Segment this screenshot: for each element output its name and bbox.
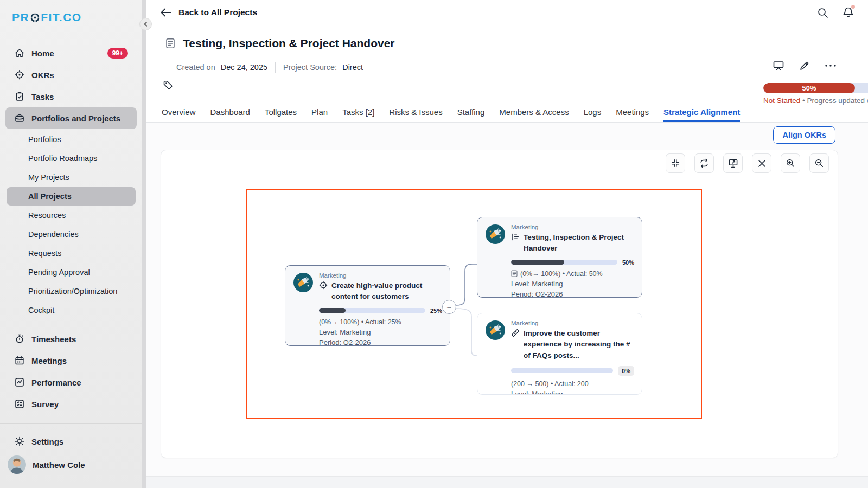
- okr-level: Level: Marketing: [319, 328, 442, 336]
- okr-progress-bar: [319, 308, 425, 313]
- survey-checklist-icon: [14, 399, 25, 409]
- home-icon: [14, 48, 25, 59]
- sidebar-item-timesheets[interactable]: Timesheets: [5, 328, 137, 350]
- sidebar-item-home[interactable]: Home 99+: [5, 42, 137, 64]
- sidebar-item-survey[interactable]: Survey: [5, 393, 137, 415]
- marketing-department-avatar: [485, 224, 506, 245]
- tab-plan[interactable]: Plan: [311, 107, 328, 122]
- sidebar-item-label: Portfolios and Projects: [31, 114, 120, 123]
- okr-progress-percent: 25%: [430, 307, 442, 314]
- sidebar-item-my-projects[interactable]: My Projects: [7, 168, 136, 187]
- presentation-mode-button[interactable]: [723, 153, 743, 173]
- sidebar-collapse-button[interactable]: [139, 18, 152, 30]
- sidebar-item-okrs[interactable]: OKRs: [5, 64, 137, 86]
- sidebar-item-label: Home: [31, 49, 54, 58]
- key-result-ruler-icon: [511, 329, 520, 337]
- tab-risks-issues[interactable]: Risks & Issues: [389, 107, 442, 122]
- refresh-layout-button[interactable]: [694, 153, 714, 173]
- edit-button[interactable]: [799, 60, 810, 71]
- tab-strategic-alignment[interactable]: Strategic Alignment: [663, 107, 740, 122]
- card-department: Marketing: [511, 224, 634, 230]
- project-tabs: Overview Dashboard Tollgates Plan Tasks …: [146, 99, 868, 123]
- okr-title: Testing, Inspection & Project Handover: [524, 232, 634, 254]
- briefcase-icon: [14, 113, 25, 124]
- sidebar-item-label: Performance: [31, 378, 81, 387]
- okr-range: (0%→ 100%) • Actual: 25%: [319, 318, 442, 326]
- okr-progress-fill: [511, 260, 564, 265]
- okr-title: Create high-value product content for cu…: [331, 280, 442, 303]
- okr-node-objective[interactable]: Marketing Create high-value product cont…: [285, 265, 450, 346]
- chevron-left-icon: [143, 22, 148, 27]
- tab-members-access[interactable]: Members & Access: [499, 107, 569, 122]
- alignment-canvas[interactable]: Marketing Create high-value product cont…: [161, 150, 838, 458]
- project-bars-icon: [511, 233, 520, 241]
- page-title: Testing, Inspection & Project Handover: [183, 37, 395, 50]
- notifications-button[interactable]: [843, 7, 854, 18]
- add-tag-button[interactable]: [163, 80, 173, 90]
- tab-tasks[interactable]: Tasks [2]: [342, 107, 374, 122]
- arrow-left-icon: [161, 8, 171, 17]
- user-avatar: [8, 455, 26, 474]
- user-menu[interactable]: Matthew Cole: [0, 452, 142, 474]
- sidebar-item-tasks[interactable]: Tasks: [5, 86, 137, 107]
- created-label: Created on: [176, 63, 215, 72]
- tab-tollgates[interactable]: Tollgates: [265, 107, 297, 122]
- okr-node-key-result[interactable]: Marketing Improve the customer experienc…: [477, 313, 642, 395]
- back-to-all-projects-button[interactable]: Back to All Projects: [161, 8, 257, 17]
- okr-range: (200 → 500) • Actual: 200: [511, 380, 634, 388]
- align-okrs-button[interactable]: Align OKRs: [773, 126, 835, 144]
- sidebar-item-performance[interactable]: Performance: [5, 371, 137, 393]
- zoom-out-button[interactable]: [809, 153, 829, 173]
- okr-progress-bar: [511, 368, 613, 373]
- logo-target-icon: [30, 12, 40, 23]
- tab-logs[interactable]: Logs: [584, 107, 602, 122]
- project-meta: Created on Dec 24, 2025 Project Source: …: [146, 50, 868, 73]
- sidebar-item-meetings[interactable]: Meetings: [5, 350, 137, 371]
- user-name-label: Matthew Cole: [33, 460, 85, 470]
- sidebar-item-label: Survey: [31, 400, 59, 409]
- sidebar-item-label: Meetings: [31, 356, 67, 365]
- created-date: Dec 24, 2025: [221, 63, 267, 72]
- sidebar-item-prioritization-optimization[interactable]: Prioritization/Optimization: [7, 282, 136, 300]
- tab-meetings[interactable]: Meetings: [616, 107, 649, 122]
- timesheets-stopwatch-icon: [14, 333, 25, 344]
- pencil-icon: [799, 60, 810, 71]
- sidebar-item-resources[interactable]: Resources: [7, 206, 136, 224]
- tab-dashboard[interactable]: Dashboard: [210, 107, 250, 122]
- sidebar-item-requests[interactable]: Requests: [7, 244, 136, 262]
- strategic-alignment-panel: Align OKRs: [146, 123, 868, 488]
- more-options-button[interactable]: [825, 64, 837, 67]
- tab-overview[interactable]: Overview: [162, 107, 196, 122]
- presentation-board-icon: [773, 60, 784, 71]
- sidebar-item-portfolios[interactable]: Portfolios: [7, 130, 136, 149]
- project-header: Testing, Inspection & Project Handover C…: [146, 25, 868, 123]
- zoom-in-button[interactable]: [781, 153, 800, 173]
- doc-mini-icon: [511, 270, 518, 277]
- sidebar-item-settings[interactable]: Settings: [5, 431, 137, 452]
- portfolios-sub-nav: Portfolios Portfolio Roadmaps My Project…: [0, 130, 142, 319]
- sidebar-item-dependencies[interactable]: Dependencies: [7, 225, 136, 243]
- fit-view-button[interactable]: [666, 153, 685, 173]
- okr-period: Period: Q2-2026: [511, 290, 634, 298]
- collapse-children-button[interactable]: −: [442, 300, 456, 314]
- sidebar-item-cockpit[interactable]: Cockpit: [7, 301, 136, 319]
- sidebar-item-all-projects[interactable]: All Projects: [7, 187, 136, 206]
- tasks-clipboard-icon: [14, 91, 25, 102]
- topbar: Back to All Projects: [146, 0, 868, 25]
- sidebar-item-pending-approval[interactable]: Pending Approval: [7, 263, 136, 281]
- sidebar-item-portfolio-roadmaps[interactable]: Portfolio Roadmaps: [7, 149, 136, 168]
- objective-icon: [319, 281, 328, 290]
- tag-icon: [163, 80, 173, 90]
- search-button[interactable]: [817, 7, 828, 18]
- profit-co-logo: PR FIT.CO: [0, 0, 142, 24]
- sidebar-item-portfolios-and-projects[interactable]: Portfolios and Projects: [5, 107, 137, 129]
- zoom-out-icon: [814, 158, 824, 168]
- meetings-calendar-icon: [14, 355, 25, 366]
- marketing-department-avatar: [485, 320, 506, 341]
- progress-bar: 50%: [763, 83, 868, 93]
- close-canvas-button[interactable]: [752, 153, 771, 173]
- okr-progress-percent: 50%: [622, 259, 634, 266]
- okr-node-project[interactable]: Marketing Testing, Inspection & Project …: [477, 217, 642, 298]
- tab-staffing[interactable]: Staffing: [457, 107, 485, 122]
- present-button[interactable]: [773, 60, 784, 71]
